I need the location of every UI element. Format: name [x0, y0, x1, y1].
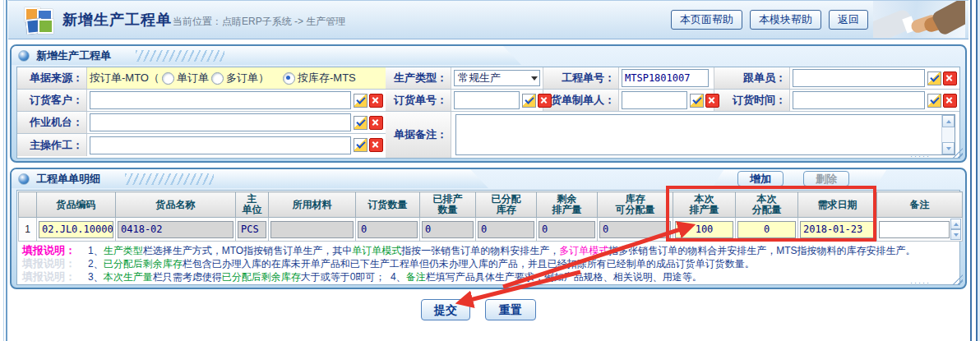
- scroll-down-icon[interactable]: [942, 142, 955, 154]
- sales-no-clear-icon[interactable]: [538, 94, 552, 108]
- material-cell: [270, 221, 354, 238]
- this-alloc-qty-input[interactable]: 0: [737, 221, 796, 238]
- notes-label-ghost: 填报说明：: [22, 270, 88, 283]
- app-logo-icon: [25, 7, 53, 32]
- radio-multi-order[interactable]: [211, 72, 224, 85]
- radio-mts-label: 按库存-MTS: [298, 71, 356, 85]
- order-qty-cell: 0: [358, 221, 418, 238]
- customer-label: 订货客户：: [17, 90, 87, 111]
- erp-page: 新增生产工程单 当前位置：点睛ERP子系统 -> 生产管理 本页面帮助 本模块帮…: [0, 0, 980, 341]
- page-help-button[interactable]: 本页面帮助: [671, 10, 742, 30]
- form-body: 单据来源： 按订单-MTO（ 单订单 多订单） 按库存-MTS: [16, 67, 960, 159]
- operator-input[interactable]: [90, 136, 351, 154]
- sales-maker-label: 订货单制单人：: [543, 90, 619, 111]
- sales-no-input[interactable]: [454, 91, 520, 109]
- column-header: 主 单位: [236, 192, 269, 218]
- unit-cell: PCS: [238, 221, 266, 238]
- order-time-label: 订货时间：: [714, 90, 790, 111]
- remark-label: 单据备注：: [386, 112, 451, 158]
- column-header: 库存 可分配量: [598, 192, 673, 218]
- tracker-label: 跟单员：: [714, 67, 790, 89]
- table-header-row: 货品编码 货品名称 主 单位 所用材料 订货数量 已排产 数量 已分配 库存 剩…: [19, 192, 963, 218]
- source-label: 单据来源：: [17, 67, 87, 89]
- tracker-clear-icon[interactable]: [943, 71, 957, 85]
- machine-clear-icon[interactable]: [369, 116, 383, 130]
- row-remark-input[interactable]: [879, 221, 950, 238]
- remark-cell-scrollbar[interactable]: [950, 219, 961, 240]
- allocated-stock-cell: 0: [478, 221, 534, 238]
- submit-button[interactable]: 提交: [421, 299, 470, 320]
- column-header: 货品名称: [116, 192, 236, 218]
- reset-button[interactable]: 重置: [485, 299, 536, 320]
- detail-table: 货品编码 货品名称 主 单位 所用材料 订货数量 已排产 数量 已分配 库存 剩…: [18, 191, 963, 242]
- order-time-clear-icon[interactable]: [943, 94, 957, 108]
- form-panel-header: 新增生产工程单: [12, 46, 965, 66]
- source-mto-text: 按订单-MTO（: [90, 71, 159, 85]
- this-sched-qty-input[interactable]: 100: [675, 221, 733, 238]
- customer-picker-icon[interactable]: [354, 94, 368, 108]
- tracker-input[interactable]: [793, 69, 925, 87]
- scroll-up-icon[interactable]: [942, 115, 955, 127]
- operator-clear-icon[interactable]: [369, 138, 383, 152]
- add-row-button[interactable]: 增加: [737, 171, 784, 187]
- radio-mts[interactable]: [283, 72, 295, 85]
- column-header: 已排产 数量: [420, 192, 476, 218]
- sales-no-label: 订货单号：: [386, 90, 451, 111]
- form-panel: 新增生产工程单 单据来源： 按订单-MTO（ 单订单 多订单）: [10, 44, 967, 163]
- column-header: 需求日期: [798, 192, 877, 218]
- fill-notes: 填报说明： 1、生产类型栏选择生产方式，MTO指按销售订单生产，其中单订单模式指…: [17, 242, 959, 283]
- column-header-index: [19, 192, 37, 218]
- module-help-button[interactable]: 本模块帮助: [750, 10, 821, 30]
- panel-dots: [910, 152, 931, 160]
- note-line: 填报说明： 3、本次生产量栏只需考虑使得已分配后剩余库存大于或等于0即可； 4、…: [22, 270, 959, 283]
- sales-maker-clear-icon[interactable]: [705, 94, 719, 108]
- tracker-picker-icon[interactable]: [927, 71, 941, 85]
- stripes-decoration: [125, 173, 214, 185]
- detail-panel-title: 工程单单明细: [36, 172, 100, 187]
- scheduled-qty-cell: 0: [422, 221, 474, 238]
- operator-picker-icon[interactable]: [354, 138, 368, 152]
- detail-panel-header: 工程单单明细 增加 删除: [12, 169, 965, 189]
- scroll-down-icon[interactable]: [950, 229, 961, 240]
- stripes-decoration: [136, 50, 224, 62]
- panel-dots: [910, 279, 931, 287]
- radio-single-label: 单订单: [177, 71, 209, 85]
- machine-input[interactable]: [90, 113, 351, 131]
- order-time-picker-icon[interactable]: [927, 94, 941, 108]
- order-time-input[interactable]: [793, 91, 925, 109]
- form-panel-title: 新增生产工程单: [36, 48, 111, 63]
- remark-scrollbar[interactable]: [941, 115, 955, 154]
- goods-code-cell[interactable]: 02.JL0.100007: [39, 221, 113, 238]
- left-frame-edge: [0, 0, 8, 341]
- note-line: 填报说明： 2、已分配后剩余库存栏包含已办理入库的在库未开单产品和已下生产工程单…: [22, 257, 959, 270]
- page-title: 新增生产工程单: [62, 10, 172, 30]
- need-date-input[interactable]: 2018-01-23: [800, 221, 875, 238]
- notes-label-ghost: 填报说明：: [22, 257, 88, 270]
- note-line: 填报说明： 1、生产类型栏选择生产方式，MTO指按销售订单生产，其中单订单模式指…: [22, 244, 959, 257]
- prod-type-label: 生产类型：: [386, 67, 451, 89]
- stock-allocatable-cell: 0: [599, 221, 671, 238]
- customer-input[interactable]: [90, 91, 351, 109]
- sales-no-picker-icon[interactable]: [522, 94, 536, 108]
- order-no-label: 工程单号：: [543, 67, 619, 89]
- column-header: 订货数量: [356, 192, 420, 218]
- column-header: 本次 排产量: [673, 192, 736, 218]
- machine-picker-icon[interactable]: [354, 116, 368, 130]
- column-header: 货品编码: [37, 192, 116, 218]
- remaining-sched-cell: 0: [539, 221, 595, 238]
- detail-body: 货品编码 货品名称 主 单位 所用材料 订货数量 已排产 数量 已分配 库存 剩…: [16, 190, 960, 285]
- order-remark-textarea[interactable]: [455, 114, 955, 155]
- production-type-select[interactable]: 常规生产: [454, 70, 540, 86]
- breadcrumb: 当前位置：点睛ERP子系统 -> 生产管理: [173, 15, 345, 29]
- sales-maker-picker-icon[interactable]: [690, 94, 704, 108]
- radio-single-order[interactable]: [162, 72, 174, 85]
- order-no-input[interactable]: [622, 69, 709, 87]
- sales-maker-input[interactable]: [622, 91, 687, 109]
- column-header: 本次 分配量: [736, 192, 798, 218]
- scroll-up-icon[interactable]: [950, 219, 961, 229]
- goods-name-cell: 0418-02: [118, 221, 233, 238]
- back-button[interactable]: 返回: [829, 10, 868, 30]
- chevron-down-icon: [531, 76, 538, 81]
- customer-clear-icon[interactable]: [369, 94, 383, 108]
- delete-row-button[interactable]: 删除: [803, 171, 849, 187]
